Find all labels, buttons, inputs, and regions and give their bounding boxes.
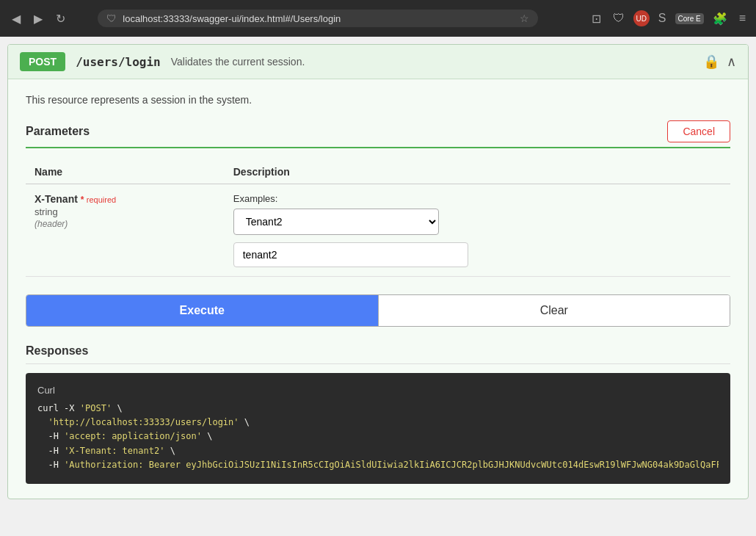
nav-buttons: ◀ ▶ ↻ — [7, 9, 70, 29]
param-type: string — [34, 206, 216, 217]
endpoint-path: /users/login — [76, 55, 161, 69]
curl-section: Curl curl -X 'POST' \ 'http://localhost:… — [26, 373, 730, 484]
col-name: Name — [26, 160, 225, 184]
page-content: POST /users/login Validates the current … — [0, 37, 756, 536]
responses-title: Responses — [26, 344, 730, 364]
parameters-table: Name Description X-Tenant * required str… — [26, 160, 730, 277]
reload-button[interactable]: ↻ — [51, 9, 70, 29]
table-row: X-Tenant * required string (header) Exam… — [26, 184, 730, 277]
param-location: (header) — [34, 219, 68, 229]
parameters-title: Parameters — [26, 125, 90, 138]
bookmark-icon: ☆ — [520, 12, 529, 24]
curl-label: Curl — [37, 385, 719, 396]
back-button[interactable]: ◀ — [7, 9, 25, 29]
param-required-star: * — [81, 195, 87, 205]
method-badge: POST — [20, 52, 65, 71]
extensions-button[interactable]: 🧩 — [710, 9, 730, 29]
curl-code: curl -X 'POST' \ 'http://localhost:33333… — [37, 402, 719, 472]
section-header: Parameters Cancel — [26, 120, 730, 148]
examples-select[interactable]: Tenant2 — [233, 209, 439, 235]
cancel-button[interactable]: Cancel — [667, 120, 730, 142]
ce-button[interactable]: Core E — [675, 13, 704, 24]
forward-button[interactable]: ▶ — [29, 9, 47, 29]
collapse-icon[interactable]: ∧ — [727, 54, 736, 70]
param-required-label: required — [87, 195, 116, 204]
clear-button[interactable]: Clear — [378, 295, 730, 326]
endpoint-description: Validates the current session. — [171, 56, 305, 68]
responses-section: Responses Curl curl -X 'POST' \ 'http://… — [26, 344, 730, 484]
ud-button[interactable]: UD — [633, 10, 650, 26]
param-input[interactable] — [233, 242, 468, 267]
page-menu-button[interactable]: ⊡ — [589, 9, 604, 29]
url-display: localhost:33333/swagger-ui/index.html#/U… — [123, 13, 514, 24]
s-button[interactable]: S — [655, 9, 669, 28]
examples-label: Examples: — [233, 193, 722, 204]
param-name: X-Tenant — [34, 193, 78, 205]
menu-button[interactable]: ≡ — [736, 9, 749, 28]
header-actions: 🔒 ∧ — [703, 54, 736, 70]
action-buttons: Execute Clear — [26, 294, 730, 327]
param-name-cell: X-Tenant * required string (header) — [26, 184, 225, 277]
endpoint-body: This resource represents a session in th… — [8, 79, 748, 499]
shield-button[interactable]: 🛡 — [610, 9, 628, 28]
swagger-section: POST /users/login Validates the current … — [7, 44, 749, 499]
browser-chrome: ◀ ▶ ↻ 🛡 localhost:33333/swagger-ui/index… — [0, 0, 756, 37]
session-description: This resource represents a session in th… — [26, 94, 730, 106]
col-description: Description — [225, 160, 730, 184]
parameters-section: Parameters Cancel Name Description X-Ten — [26, 120, 730, 327]
address-bar[interactable]: 🛡 localhost:33333/swagger-ui/index.html#… — [98, 10, 538, 27]
browser-actions: ⊡ 🛡 UD S Core E 🧩 ≡ — [589, 9, 749, 29]
security-icon: 🛡 — [106, 12, 117, 24]
endpoint-header: POST /users/login Validates the current … — [8, 45, 748, 79]
param-description-cell: Examples: Tenant2 — [225, 184, 730, 277]
execute-button[interactable]: Execute — [26, 295, 378, 326]
lock-icon[interactable]: 🔒 — [703, 54, 719, 70]
